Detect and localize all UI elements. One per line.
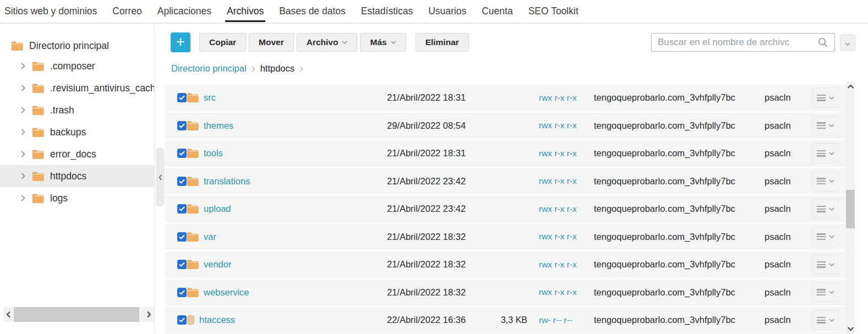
search-input[interactable] bbox=[651, 33, 835, 52]
row-checkbox[interactable] bbox=[177, 204, 187, 213]
file-name-link[interactable]: upload bbox=[204, 204, 231, 214]
permissions-link[interactable]: rwx r-x r-x bbox=[539, 204, 577, 213]
nav-tab-aplicaciones[interactable]: Aplicaciones bbox=[150, 0, 219, 23]
row-menu-button[interactable] bbox=[812, 227, 839, 247]
permissions-link[interactable]: rwx r-x r-x bbox=[539, 260, 577, 269]
nav-tab-cuenta[interactable]: Cuenta bbox=[474, 0, 520, 23]
mover-button[interactable]: Mover bbox=[249, 33, 294, 52]
sidebar-item-composer[interactable]: .composer bbox=[0, 55, 154, 77]
sidebar-horizontal-scrollbar[interactable] bbox=[3, 307, 154, 322]
row-checkbox[interactable] bbox=[177, 232, 187, 242]
row-checkbox[interactable] bbox=[177, 121, 187, 130]
vertical-scrollbar-thumb[interactable] bbox=[846, 190, 855, 228]
nav-tab-usuarios[interactable]: Usuarios bbox=[421, 0, 474, 23]
archivo-button[interactable]: Archivo bbox=[297, 33, 358, 52]
permissions-link[interactable]: rwx r-x r-x bbox=[539, 287, 577, 297]
sidebar-item-trash[interactable]: .trash bbox=[0, 99, 154, 121]
row-menu-button[interactable] bbox=[812, 282, 839, 303]
file-name-link[interactable]: vendor bbox=[204, 259, 231, 270]
row-menu-button[interactable] bbox=[812, 116, 839, 136]
chevron-right-icon[interactable] bbox=[21, 107, 25, 113]
row-menu-button[interactable] bbox=[812, 310, 839, 330]
directory-tree-sidebar: Directorio principal .composer .revisium… bbox=[0, 24, 155, 334]
nav-tab-label: Correo bbox=[112, 6, 142, 17]
permissions-link[interactable]: rwx r-x r-x bbox=[539, 149, 577, 158]
folder-icon bbox=[32, 106, 44, 115]
sidebar-item-logs[interactable]: logs bbox=[0, 187, 154, 209]
folder-icon bbox=[187, 93, 199, 102]
chevron-right-icon[interactable] bbox=[21, 151, 25, 157]
modified-date: 21/Abril/2022 18:32 bbox=[387, 259, 498, 270]
permissions-link[interactable]: rwx r-x r-x bbox=[539, 93, 577, 102]
copiar-button[interactable]: Copiar bbox=[199, 33, 246, 52]
scroll-up-arrow-icon[interactable] bbox=[846, 84, 855, 89]
horizontal-scrollbar-thumb[interactable] bbox=[14, 307, 139, 322]
file-name-link[interactable]: var bbox=[204, 232, 216, 242]
row-checkbox[interactable] bbox=[177, 177, 187, 186]
file-group: psacln bbox=[759, 315, 798, 325]
vertical-scrollbar[interactable] bbox=[846, 81, 855, 334]
sidebar-root-directory[interactable]: Directorio principal bbox=[0, 37, 154, 54]
hamburger-menu-icon bbox=[817, 261, 826, 268]
permissions-link[interactable]: rwx r-x r-x bbox=[539, 176, 577, 185]
sidebar-item-backups[interactable]: backups bbox=[0, 121, 154, 143]
row-menu-button[interactable] bbox=[812, 87, 839, 108]
file-group: psacln bbox=[759, 92, 798, 103]
row-checkbox[interactable] bbox=[177, 149, 187, 158]
sidebar-item-revisium-antivirus-cach[interactable]: .revisium_antivirus_cach bbox=[0, 77, 154, 99]
chevron-right-icon[interactable] bbox=[21, 173, 25, 179]
check-icon bbox=[179, 179, 185, 184]
nav-tab-correo[interactable]: Correo bbox=[105, 0, 150, 23]
scroll-right-arrow-icon[interactable] bbox=[146, 307, 151, 322]
add-new-button[interactable]: + bbox=[171, 32, 190, 52]
sidebar-collapse-handle[interactable] bbox=[156, 147, 165, 207]
nav-tab-seo-toolkit[interactable]: SEO Toolkit bbox=[521, 0, 586, 23]
row-checkbox[interactable] bbox=[177, 315, 187, 325]
chevron-right-icon[interactable] bbox=[21, 63, 25, 69]
chevron-right-icon[interactable] bbox=[21, 85, 25, 91]
row-menu-button[interactable] bbox=[812, 143, 839, 163]
chevron-right-icon[interactable] bbox=[21, 129, 25, 135]
nav-tab-estad-sticas[interactable]: Estadísticas bbox=[353, 0, 421, 23]
hamburger-menu-icon bbox=[817, 206, 826, 212]
search-icon[interactable] bbox=[818, 37, 828, 50]
scroll-left-arrow-icon[interactable] bbox=[6, 307, 11, 322]
permissions-link[interactable]: rw- r-- r-- bbox=[539, 315, 572, 325]
nav-tab-bases-de-datos[interactable]: Bases de datos bbox=[271, 0, 353, 23]
row-checkbox[interactable] bbox=[177, 288, 187, 297]
search-options-dropdown-button[interactable] bbox=[840, 35, 855, 51]
permissions-link[interactable]: rwx r-x r-x bbox=[539, 121, 577, 130]
row-checkbox[interactable] bbox=[177, 260, 187, 269]
permissions-link[interactable]: rwx r-x r-x bbox=[539, 232, 577, 241]
top-nav: Sitios web y dominios Correo Aplicacione… bbox=[0, 0, 868, 24]
modified-date: 21/Abril/2022 18:32 bbox=[387, 232, 498, 242]
scroll-down-arrow-icon[interactable] bbox=[846, 326, 855, 331]
row-menu-button[interactable] bbox=[812, 199, 839, 219]
search-area bbox=[651, 33, 835, 52]
row-menu-button[interactable] bbox=[812, 254, 839, 275]
eliminar-button[interactable]: Eliminar bbox=[416, 33, 469, 52]
file-name-link[interactable]: webservice bbox=[204, 287, 249, 298]
file-name-link[interactable]: htaccess bbox=[199, 315, 235, 325]
row-checkbox[interactable] bbox=[177, 93, 187, 102]
breadcrumb-root-link[interactable]: Directorio principal bbox=[171, 63, 247, 74]
file-name-link[interactable]: translations bbox=[204, 176, 250, 187]
file-name-link[interactable]: tools bbox=[204, 148, 223, 158]
sidebar-item-error-docs[interactable]: error_docs bbox=[0, 143, 154, 165]
nav-tab-label: SEO Toolkit bbox=[528, 6, 578, 17]
row-menu-button[interactable] bbox=[812, 171, 839, 191]
chevron-right-icon[interactable] bbox=[21, 195, 25, 201]
nav-tab-archivos[interactable]: Archivos bbox=[219, 0, 271, 23]
nav-tab-label: Aplicaciones bbox=[157, 6, 211, 17]
folder-icon bbox=[187, 121, 199, 130]
hamburger-menu-icon bbox=[817, 317, 826, 324]
breadcrumb-current: httpdocs bbox=[260, 63, 294, 74]
file-name-link[interactable]: themes bbox=[204, 121, 233, 131]
nav-tab-label: Bases de datos bbox=[279, 6, 346, 17]
file-name-link[interactable]: src bbox=[204, 92, 216, 103]
modified-date: 22/Abril/2022 16:36 bbox=[387, 315, 498, 325]
m-s-button[interactable]: Más bbox=[360, 33, 406, 52]
sidebar-item-httpdocs[interactable]: httpdocs bbox=[0, 165, 154, 187]
nav-tab-sitios-web-y-dominios[interactable]: Sitios web y dominios bbox=[0, 0, 105, 23]
nav-tab-label: Estadísticas bbox=[361, 6, 413, 17]
